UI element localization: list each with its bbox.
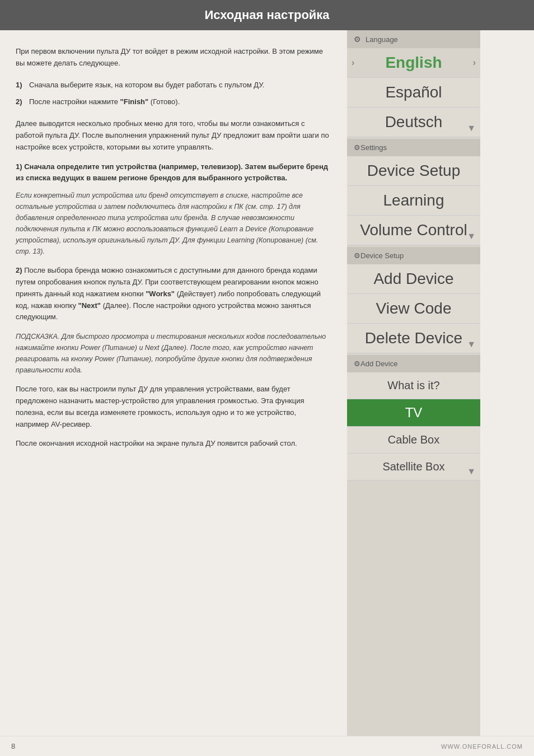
content-area: При первом включении пульта ДУ тот войде… [0, 30, 347, 736]
add-cable-box[interactable]: Cable Box [347, 427, 480, 454]
device-view-code-label: View Code [376, 300, 452, 318]
language-english[interactable]: › English › [347, 48, 480, 78]
device-setup-header-label: Device Setup [360, 251, 404, 260]
tip-block: ПОДСКАЗКА. Для быстрого просмотра и тест… [16, 331, 330, 376]
page-number: 8 [11, 742, 15, 750]
right-panel: ⚙ Language › English › Español Deutsch ▼… [347, 30, 480, 736]
settings-header: ⚙ Settings [347, 139, 480, 156]
step-1-text: Сначала выберите язык, на котором вы буд… [29, 80, 264, 91]
add-device-section: ⚙ Add Device What is it? TV Cable Box Sa… [347, 355, 480, 480]
settings-device-setup-label: Device Setup [367, 162, 461, 180]
settings-header-label: Settings [360, 143, 387, 152]
page-footer: 8 WWW.ONEFORALL.COM [0, 736, 534, 756]
add-satellite-box-label: Satellite Box [382, 460, 444, 473]
device-add-device-label: Add Device [373, 270, 453, 288]
delete-chevron-down-icon: ▼ [467, 339, 476, 349]
initial-steps: 1) Сначала выберите язык, на котором вы … [16, 80, 330, 109]
language-deutsch[interactable]: Deutsch ▼ [347, 108, 480, 137]
settings-gear-icon: ⚙ [354, 143, 360, 152]
settings-section: ⚙ Settings Device Setup Learning Volume … [347, 139, 480, 245]
settings-learning-label: Learning [383, 192, 444, 209]
settings-volume-control-label: Volume Control [360, 221, 467, 239]
step-2-header-num: 2) [16, 266, 22, 274]
add-what-is-it[interactable]: What is it? [347, 372, 480, 399]
add-device-header-label: Add Device [360, 360, 397, 368]
step-2-bold: "Finish" [120, 97, 149, 106]
intro-paragraph: При первом включении пульта ДУ тот войде… [16, 46, 330, 69]
add-tv[interactable]: TV [347, 399, 480, 427]
chevron-left-icon: › [352, 58, 354, 68]
step-2-num: 2) [16, 96, 29, 108]
language-gear-icon: ⚙ [354, 35, 361, 44]
device-setup-gear-icon: ⚙ [354, 251, 360, 260]
step-1: 1) Сначала выберите язык, на котором вы … [16, 80, 330, 91]
add-cable-box-label: Cable Box [388, 433, 439, 446]
step-1-num: 1) [16, 80, 29, 91]
volume-chevron-down-icon: ▼ [467, 231, 476, 241]
device-delete-device[interactable]: Delete Device ▼ [347, 324, 480, 353]
italic-block-1: Если конкретный тип устройства или бренд… [16, 190, 330, 257]
main-container: При первом включении пульта ДУ тот войде… [0, 30, 534, 736]
page-header: Исходная настройка [0, 0, 534, 30]
para-1: Далее выводится несколько пробных меню д… [16, 118, 330, 153]
step-2-bold2: "Next" [78, 301, 101, 310]
device-delete-device-label: Delete Device [365, 329, 462, 347]
highlight-step-1: 1) Сначала определите тип устройства (на… [16, 161, 330, 185]
settings-device-setup[interactable]: Device Setup [347, 156, 480, 186]
language-header: ⚙ Language [347, 30, 480, 48]
chevron-right-icon: › [473, 58, 476, 68]
device-setup-header: ⚙ Device Setup [347, 247, 480, 264]
footer-url: WWW.ONEFORALL.COM [441, 743, 523, 750]
step-2-text: После настройки нажмите "Finish" (Готово… [29, 96, 180, 108]
language-espanol[interactable]: Español [347, 78, 480, 108]
add-tv-label: TV [405, 405, 423, 421]
para-3: После окончания исходной настройки на эк… [16, 438, 330, 450]
add-device-gear-icon: ⚙ [354, 360, 360, 368]
page-title: Исходная настройка [11, 8, 523, 22]
add-what-is-it-label: What is it? [387, 379, 439, 392]
add-satellite-box[interactable]: Satellite Box ▼ [347, 454, 480, 480]
para-2: После того, как вы настроили пульт ДУ дл… [16, 384, 330, 430]
language-section: ⚙ Language › English › Español Deutsch ▼ [347, 30, 480, 137]
add-device-header: ⚙ Add Device [347, 355, 480, 372]
step-2: 2) После настройки нажмите "Finish" (Гот… [16, 96, 330, 108]
satellite-chevron-down-icon: ▼ [467, 466, 476, 477]
device-view-code[interactable]: View Code [347, 294, 480, 324]
device-setup-section: ⚙ Device Setup Add Device View Code Dele… [347, 247, 480, 353]
language-deutsch-label: Deutsch [385, 113, 443, 131]
settings-learning[interactable]: Learning [347, 186, 480, 216]
language-header-label: Language [366, 35, 398, 44]
step-2-block: 2) После выбора бренда можно ознакомитьс… [16, 265, 330, 323]
step-2-text-suffix: (Готово). [148, 97, 180, 106]
step-2-bold1: "Works" [146, 290, 175, 298]
settings-volume-control[interactable]: Volume Control ▼ [347, 216, 480, 245]
language-espanol-label: Español [385, 83, 442, 101]
language-english-label: English [385, 54, 442, 72]
device-add-device[interactable]: Add Device [347, 264, 480, 294]
chevron-down-icon: ▼ [467, 123, 476, 133]
step-2-text-prefix: После настройки нажмите [29, 97, 120, 106]
